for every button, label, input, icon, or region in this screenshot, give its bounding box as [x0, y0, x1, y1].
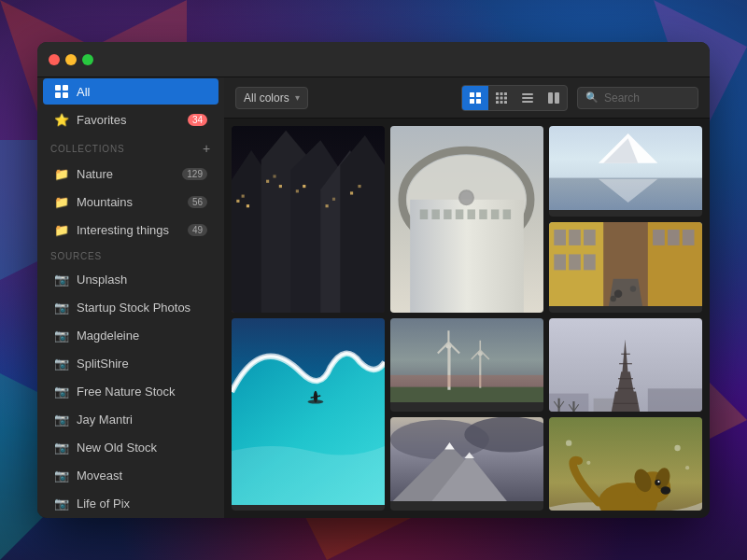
svg-rect-45	[431, 209, 439, 219]
sidebar-item-mountains[interactable]: 📁 Mountains 56	[43, 189, 218, 215]
svg-rect-51	[503, 209, 511, 219]
sidebar-item-unsplash[interactable]: 📷 Unsplash	[43, 266, 218, 292]
svg-point-133	[566, 441, 571, 446]
svg-rect-65	[554, 254, 566, 270]
sidebar-item-interesting-things[interactable]: 📁 Interesting things 49	[43, 217, 218, 243]
photo-item[interactable]	[390, 417, 543, 511]
camera-icon: 📷	[54, 328, 69, 343]
content-area: All colors ▾	[224, 77, 710, 518]
svg-rect-32	[273, 175, 275, 177]
camera-icon: 📷	[54, 384, 69, 399]
view-list-button[interactable]	[514, 86, 541, 110]
close-button[interactable]	[49, 54, 60, 65]
svg-rect-4	[470, 92, 474, 97]
sidebar-item-magdeleine[interactable]: 📷 Magdeleine	[43, 322, 218, 348]
svg-rect-13	[504, 96, 507, 99]
svg-point-135	[674, 445, 680, 451]
color-filter-dropdown[interactable]: All colors ▾	[235, 87, 308, 109]
svg-point-73	[614, 290, 622, 298]
sidebar-item-jay-mantri[interactable]: 📷 Jay Mantri	[43, 406, 218, 432]
svg-point-128	[657, 481, 659, 483]
star-icon: ⭐	[54, 112, 69, 127]
sidebar-item-favorites[interactable]: ⭐ Favorites 34	[43, 106, 218, 133]
svg-rect-44	[420, 209, 428, 219]
sidebar-item-moveast[interactable]: 📷 Moveast	[43, 462, 218, 488]
camera-icon: 📷	[54, 356, 69, 371]
svg-point-127	[655, 480, 660, 485]
camera-icon: 📷	[54, 412, 69, 427]
svg-rect-63	[569, 230, 581, 245]
photo-item[interactable]	[232, 126, 385, 313]
photo-item[interactable]	[390, 318, 543, 412]
mountains-label: Mountains	[77, 195, 188, 209]
search-input[interactable]	[604, 91, 690, 105]
svg-point-134	[586, 461, 590, 465]
photo-item[interactable]	[549, 222, 702, 313]
svg-rect-3	[63, 92, 68, 98]
camera-icon: 📷	[54, 496, 69, 511]
svg-rect-97	[648, 388, 702, 412]
svg-rect-12	[500, 96, 503, 99]
favorites-label: Favorites	[77, 113, 188, 127]
svg-rect-69	[653, 230, 665, 245]
sidebar-item-life-of-pix[interactable]: 📷 Life of Pix	[43, 490, 218, 516]
sources-label: SOURCES	[50, 251, 102, 261]
sidebar-item-startup-stock[interactable]: 📷 Startup Stock Photos	[43, 294, 218, 320]
nature-badge: 129	[182, 168, 207, 180]
sidebar-item-nature[interactable]: 📁 Nature 129	[43, 161, 218, 187]
svg-rect-0	[55, 85, 61, 91]
startup-label: Startup Stock Photos	[77, 301, 207, 315]
camera-icon: 📷	[54, 468, 69, 483]
svg-rect-9	[500, 92, 503, 95]
sidebar-item-free-nature[interactable]: 📷 Free Nature Stock	[43, 378, 218, 404]
svg-rect-6	[470, 99, 474, 104]
view-grid-medium-button[interactable]	[488, 86, 514, 110]
svg-point-126	[661, 486, 671, 494]
photo-item[interactable]	[232, 318, 385, 511]
jay-mantri-label: Jay Mantri	[77, 413, 207, 427]
maximize-button[interactable]	[82, 54, 93, 65]
add-collection-button[interactable]: +	[203, 141, 211, 156]
splitshire-label: SplitShire	[77, 357, 207, 371]
svg-rect-11	[496, 96, 499, 99]
sidebar-item-new-old-stock[interactable]: 📷 New Old Stock	[43, 434, 218, 460]
svg-rect-31	[266, 180, 269, 183]
magdeleine-label: Magdeleine	[77, 329, 207, 343]
photo-item[interactable]	[390, 126, 543, 313]
svg-rect-81	[390, 387, 543, 402]
view-grid-large-button[interactable]	[462, 86, 488, 110]
svg-rect-18	[522, 97, 533, 99]
sidebar-item-splitshire[interactable]: 📷 SplitShire	[43, 350, 218, 376]
sources-section: SOURCES	[37, 244, 224, 265]
color-filter-label: All colors	[244, 91, 289, 105]
svg-point-75	[611, 296, 616, 301]
svg-rect-47	[456, 209, 463, 219]
interesting-badge: 49	[188, 224, 207, 236]
all-label: All	[77, 85, 207, 99]
svg-rect-2	[55, 92, 61, 98]
traffic-lights	[49, 54, 93, 65]
photo-item[interactable]	[549, 318, 702, 412]
minimize-button[interactable]	[65, 54, 77, 65]
unsplash-label: Unsplash	[77, 273, 207, 287]
svg-rect-1	[63, 85, 68, 91]
folder-icon: 📁	[54, 222, 69, 237]
svg-point-74	[630, 286, 636, 291]
svg-rect-29	[242, 195, 245, 198]
svg-rect-28	[236, 200, 239, 203]
title-bar	[37, 42, 710, 77]
chevron-down-icon: ▾	[295, 92, 300, 103]
view-detail-button[interactable]	[541, 86, 567, 110]
photo-item[interactable]	[549, 417, 702, 511]
grid-icon	[54, 84, 69, 99]
mountains-badge: 56	[188, 196, 207, 208]
svg-rect-17	[522, 93, 533, 95]
svg-rect-7	[476, 99, 481, 104]
sidebar-item-all[interactable]: All	[43, 78, 218, 105]
svg-rect-71	[683, 230, 695, 245]
moveast-label: Moveast	[77, 469, 207, 483]
photo-item[interactable]	[549, 126, 702, 217]
svg-rect-49	[479, 209, 486, 219]
svg-rect-19	[522, 101, 533, 103]
svg-rect-37	[332, 198, 335, 201]
